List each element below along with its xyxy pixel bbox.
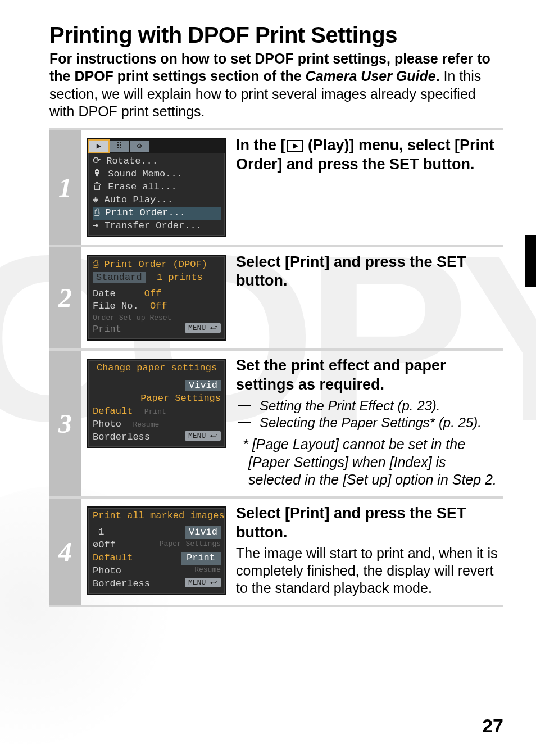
lcd-panel: Print all marked images ▭1 Vivid ⊘Off Pa… — [87, 506, 226, 595]
steps-table: 1 ▶ ⠿ ⚙ ⟳ Rotate... 🎙 Sound Memo... 🗑 Er… — [49, 128, 503, 607]
lcd-option: Photo — [93, 419, 121, 429]
menu-item: ⟳ Rotate... — [93, 155, 221, 168]
lead-paragraph: For instructions on how to set DPOF prin… — [49, 50, 503, 120]
lcd-left: Default — [93, 553, 133, 563]
step-headline: Select [Print] and press the SET button. — [236, 253, 501, 291]
lcd-label: Standard — [93, 272, 146, 283]
tab-icon: ⚙ — [130, 141, 149, 152]
lcd-hint-row: Order Set up Reset — [93, 313, 221, 323]
step-number: 2 — [49, 247, 81, 348]
print-button: Print — [181, 552, 221, 565]
lcd-right: Resume — [194, 565, 221, 575]
step-screenshot: Change paper settings Vivid Paper Settin… — [81, 351, 233, 496]
play-tab-icon: ▶ — [89, 141, 108, 152]
tab-icon: ⠿ — [110, 141, 129, 152]
menu-item: 🗑 Erase all... — [93, 181, 221, 194]
lcd-left: Photo — [93, 565, 121, 576]
lcd-menu-button: MENU ⮐ — [185, 578, 221, 588]
menu-item-selected: ⎙ Print Order... — [93, 207, 221, 220]
lcd-value: Off — [150, 301, 167, 311]
lcd-title: Print all marked images — [93, 510, 221, 523]
lcd-value: 1 prints — [157, 272, 203, 283]
menu-item: ⇥ Transfer Order... — [93, 220, 221, 233]
step-instruction: Set the print effect and paper settings … — [233, 351, 503, 496]
lcd-panel: Change paper settings Vivid Paper Settin… — [87, 359, 226, 449]
page-number: 27 — [482, 715, 503, 737]
step-instruction: Select [Print] and press the SET button. — [233, 247, 503, 348]
lcd-left: ▭1 — [93, 527, 104, 537]
lcd-label: File No. — [93, 301, 139, 311]
lcd-menu-button: MENU ⮐ — [185, 323, 221, 333]
page-ref: (p. 23). — [397, 398, 440, 413]
lcd-left: ⊘Off — [93, 540, 116, 550]
lcd-menu-button: MENU ⮐ — [185, 431, 221, 441]
step-instruction: Select [Print] and press the SET button.… — [233, 499, 503, 605]
page-title: Printing with DPOF Print Settings — [49, 22, 503, 48]
lead-bold-tail: . — [436, 68, 440, 84]
step-number: 3 — [49, 351, 81, 496]
lead-italic-ref: Camera User Guide — [306, 68, 436, 84]
paper-settings-label: Paper Settings — [93, 392, 221, 405]
step-row: 1 ▶ ⠿ ⚙ ⟳ Rotate... 🎙 Sound Memo... 🗑 Er… — [49, 130, 503, 247]
step-number: 4 — [49, 499, 81, 605]
lcd-panel: ⎙ Print Order (DPOF) Standard 1 prints D… — [87, 255, 226, 341]
lcd-right: Paper Settings — [160, 539, 221, 549]
lcd-value: Off — [144, 288, 162, 299]
step-headline: Select [Print] and press the SET button. — [236, 504, 501, 542]
step-screenshot: ▶ ⠿ ⚙ ⟳ Rotate... 🎙 Sound Memo... 🗑 Eras… — [81, 130, 233, 245]
step-headline: Set the print effect and paper settings … — [236, 356, 501, 395]
step-row: 4 Print all marked images ▭1 Vivid ⊘Off … — [49, 499, 503, 607]
lcd-side: Resume — [133, 420, 159, 429]
lcd-panel: ▶ ⠿ ⚙ ⟳ Rotate... 🎙 Sound Memo... 🗑 Eras… — [87, 138, 226, 237]
step-instruction: In the [ (Play)] menu, select [Print Ord… — [233, 130, 503, 245]
step-body: The image will start to print and, when … — [236, 545, 501, 597]
lcd-tabbar: ▶ ⠿ ⚙ — [88, 139, 225, 153]
footnote: * [Page Layout] cannot be set in the [Pa… — [243, 436, 501, 488]
lcd-footer-left: Print — [93, 324, 121, 334]
lcd-left: Borderless — [93, 578, 150, 589]
step-row: 2 ⎙ Print Order (DPOF) Standard 1 prints… — [49, 247, 503, 351]
step-row: 3 Change paper settings Vivid Paper Sett… — [49, 351, 503, 499]
step-number: 1 — [49, 130, 81, 245]
vivid-badge: Vivid — [185, 380, 221, 391]
sub-ref: Setting the Print Effect — [260, 398, 397, 413]
lcd-side: Print — [144, 408, 166, 416]
lcd-title: ⎙ Print Order (DPOF) — [93, 259, 221, 271]
lcd-label: Date — [93, 288, 116, 299]
step-screenshot: ⎙ Print Order (DPOF) Standard 1 prints D… — [81, 247, 233, 348]
menu-item: ◈ Auto Play... — [93, 194, 221, 207]
lcd-title: Change paper settings — [93, 362, 221, 375]
headline-pre: In the [ — [236, 137, 286, 153]
play-icon — [287, 140, 303, 152]
sub-ref: Selecting the Paper Settings* — [260, 415, 439, 430]
menu-item: 🎙 Sound Memo... — [93, 168, 221, 181]
lcd-option: Default — [93, 406, 133, 417]
page-ref: (p. 25). — [439, 415, 482, 430]
vivid-badge: Vivid — [185, 526, 221, 539]
edge-tab — [525, 235, 536, 287]
step-screenshot: Print all marked images ▭1 Vivid ⊘Off Pa… — [81, 499, 233, 605]
lcd-option: Borderless — [93, 432, 150, 442]
